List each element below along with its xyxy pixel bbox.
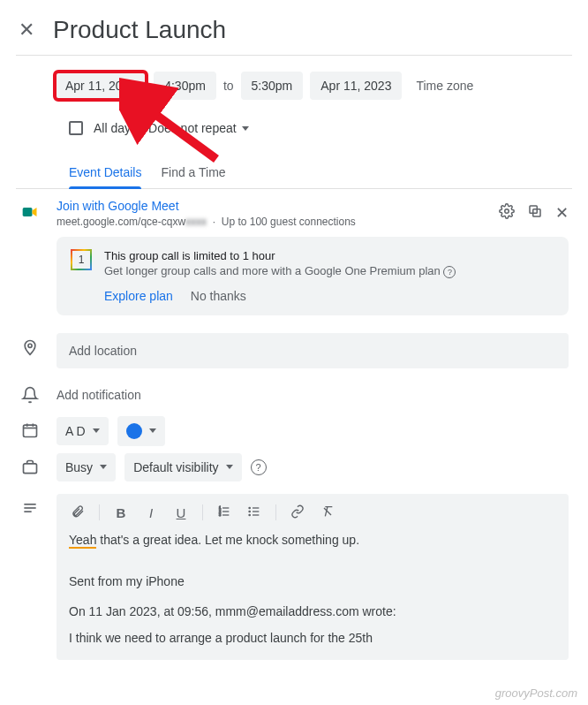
desc-line4: I think we need to arrange a product lau… (69, 628, 556, 649)
attachment-icon[interactable] (69, 504, 87, 521)
end-date-chip[interactable]: Apr 11, 2023 (310, 72, 402, 100)
svg-rect-0 (23, 208, 33, 216)
divider (16, 55, 572, 56)
tab-find-a-time[interactable]: Find a Time (161, 156, 225, 188)
svg-point-1 (505, 208, 509, 213)
meet-guests-info: Up to 100 guest connections (222, 216, 356, 228)
briefcase-icon (19, 453, 41, 476)
repeat-dropdown[interactable]: Does not repeat (141, 116, 256, 140)
caret-down-icon (242, 126, 249, 131)
meet-settings-icon[interactable] (499, 203, 515, 224)
calendar-owner-dropdown[interactable]: A D (57, 417, 109, 445)
start-date-chip[interactable]: Apr 11, 2023 (55, 72, 147, 100)
caret-down-icon (226, 465, 233, 469)
meet-url: meet.google.com/qce-cqxw (57, 216, 185, 228)
location-icon (19, 333, 41, 356)
add-notification-button[interactable]: Add notification (57, 381, 569, 409)
caret-down-icon (93, 428, 100, 433)
close-icon[interactable]: ✕ (16, 19, 37, 42)
join-meet-link[interactable]: Join with Google Meet (57, 199, 179, 213)
event-title-input[interactable] (53, 16, 572, 44)
calendar-icon (19, 416, 41, 439)
all-day-checkbox[interactable] (69, 121, 83, 135)
clear-formatting-button[interactable] (319, 504, 336, 521)
numbered-list-button[interactable]: 123 (215, 504, 233, 521)
timezone-button[interactable]: Time zone (416, 79, 473, 93)
color-dot (126, 423, 142, 439)
desc-line2: Sent from my iPhone (69, 572, 556, 593)
banner-title: This group call is limited to 1 hour (104, 249, 554, 262)
tab-event-details[interactable]: Event Details (69, 156, 141, 188)
help-icon[interactable]: ? (443, 266, 456, 278)
google-one-icon: 1 (71, 249, 92, 270)
svg-text:3: 3 (219, 512, 222, 517)
event-color-dropdown[interactable] (117, 416, 165, 446)
explore-plan-button[interactable]: Explore plan (104, 289, 173, 303)
visibility-help-icon[interactable]: ? (251, 459, 267, 475)
caret-down-icon (149, 428, 156, 433)
notification-icon (19, 381, 41, 404)
desc-word-highlight: Yeah (69, 533, 96, 549)
no-thanks-button[interactable]: No thanks (191, 289, 246, 303)
end-time-chip[interactable]: 5:30pm (241, 72, 304, 100)
to-label: to (223, 79, 234, 93)
bold-button[interactable]: B (112, 505, 130, 520)
svg-point-4 (28, 344, 32, 347)
desc-line3: On 11 Jan 2023, at 09:56, mmm@emailaddre… (69, 602, 556, 623)
desc-line1: that's a great idea. Let me knock someth… (96, 533, 359, 547)
availability-dropdown[interactable]: Busy (57, 453, 116, 481)
underline-button[interactable]: U (172, 505, 190, 520)
visibility-dropdown[interactable]: Default visibility (124, 453, 241, 481)
description-icon (19, 494, 41, 517)
link-button[interactable] (289, 504, 306, 521)
location-input[interactable]: Add location (57, 333, 569, 368)
banner-subtitle: Get longer group calls and more with a G… (104, 264, 441, 277)
svg-point-23 (249, 511, 250, 512)
meet-copy-icon[interactable] (527, 203, 543, 224)
meet-remove-icon[interactable]: ✕ (555, 203, 569, 224)
italic-button[interactable]: I (142, 505, 160, 520)
caret-down-icon (100, 465, 107, 469)
description-editor[interactable]: B I U 123 Yeah that's a great idea. Let … (57, 494, 569, 660)
svg-rect-9 (24, 463, 37, 473)
google-one-banner: 1 This group call is limited to 1 hour G… (57, 237, 569, 315)
start-time-chip[interactable]: 4:30pm (154, 72, 216, 100)
watermark: groovyPost.com (495, 686, 577, 700)
svg-point-22 (249, 507, 250, 508)
svg-point-24 (249, 514, 250, 515)
all-day-label: All day (94, 121, 131, 135)
meet-icon (19, 198, 41, 221)
svg-rect-5 (24, 425, 37, 436)
bullet-list-button[interactable] (245, 504, 263, 521)
